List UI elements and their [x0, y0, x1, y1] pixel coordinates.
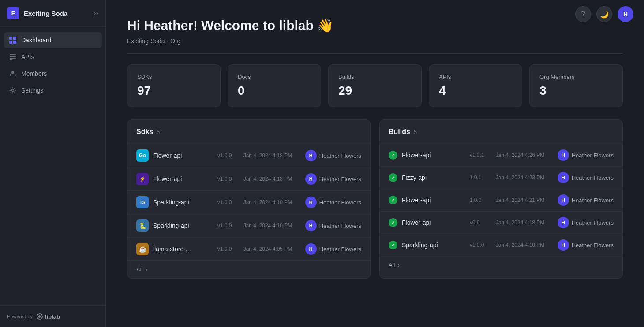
status-success-icon	[389, 241, 397, 249]
stat-apis: APIs 4	[429, 64, 522, 107]
main-content: Hi Heather! Welcome to liblab 👋 Exciting…	[106, 0, 644, 296]
svg-rect-4	[10, 54, 16, 55]
list-item[interactable]: Flower-api v0.9 Jan 4, 2024 4:18 PM H He…	[380, 212, 622, 234]
svg-rect-7	[10, 59, 12, 60]
members-label: Members	[21, 70, 47, 77]
builds-value: 29	[338, 84, 412, 98]
builds-footer[interactable]: All ›	[380, 256, 622, 274]
theme-icon: 🌙	[600, 10, 609, 19]
list-item[interactable]: ☕ llama-store-... v1.0.0 Jan 4, 2024 4:0…	[127, 238, 370, 260]
list-item[interactable]: Fizzy-api 1.0.1 Jan 4, 2024 4:23 PM H He…	[380, 167, 622, 189]
list-item[interactable]: TS Sparkling-api v1.0.0 Jan 4, 2024 4:10…	[127, 191, 370, 214]
user-avatar-small: H	[305, 220, 317, 231]
list-item[interactable]: Sparkling-api v1.0.0 Jan 4, 2024 4:10 PM…	[380, 234, 622, 256]
item-date: Jan 4, 2024 4:05 PM	[243, 246, 301, 252]
settings-icon	[9, 86, 17, 94]
user-name: Heather Flowers	[572, 175, 614, 181]
help-button[interactable]: ?	[575, 6, 591, 22]
builds-panel-count: 5	[414, 129, 417, 135]
dashboard-icon	[9, 36, 17, 44]
item-name: Fizzy-api	[402, 174, 465, 181]
item-version: 1.0.0	[470, 197, 490, 203]
item-version: v1.0.0	[470, 242, 490, 248]
item-version: v1.0.0	[217, 152, 237, 159]
sdk-icon-ts2: TS	[136, 196, 149, 208]
members-label: Org Members	[539, 74, 613, 80]
page-title: Hi Heather! Welcome to liblab 👋	[127, 18, 623, 33]
dashboard-label: Dashboard	[21, 37, 52, 44]
sidebar: E Exciting Soda ›› Dashboard	[0, 0, 106, 327]
user-avatar-small: H	[305, 150, 317, 161]
sdks-panel-title: Sdks	[136, 128, 153, 136]
builds-panel: Builds 5 Flower-api v1.0.1 Jan 4, 2024 4…	[379, 119, 623, 279]
user-name: Heather Flowers	[319, 176, 361, 182]
status-success-icon	[389, 218, 397, 227]
item-name: Flower-api	[402, 219, 465, 226]
list-item[interactable]: Flower-api v1.0.1 Jan 4, 2024 4:26 PM H …	[380, 144, 622, 167]
sidebar-item-settings[interactable]: Settings	[4, 82, 102, 98]
user-chip: H Heather Flowers	[305, 197, 361, 208]
stat-sdks: SDKs 97	[127, 64, 221, 107]
svg-point-8	[11, 71, 14, 74]
builds-list: Flower-api v1.0.1 Jan 4, 2024 4:26 PM H …	[380, 144, 622, 256]
item-name: Sparkling-api	[153, 199, 213, 206]
svg-rect-2	[9, 41, 12, 44]
user-avatar[interactable]: H	[618, 6, 633, 22]
item-version: v1.0.0	[217, 176, 237, 182]
user-avatar-small: H	[305, 173, 317, 185]
user-chip: H Heather Flowers	[305, 150, 361, 161]
powered-by: Powered by liblab	[7, 313, 98, 320]
apis-icon	[9, 53, 17, 61]
sidebar-item-apis[interactable]: APIs	[4, 49, 102, 65]
status-success-icon	[389, 196, 397, 204]
user-name: Heather Flowers	[572, 219, 614, 226]
sidebar-item-members[interactable]: Members	[4, 66, 102, 82]
user-chip: H Heather Flowers	[558, 217, 614, 228]
item-date: Jan 4, 2024 4:10 PM	[243, 199, 301, 205]
sdk-icon-python: 🐍	[136, 219, 149, 232]
builds-label: Builds	[338, 74, 412, 80]
sdks-label: SDKs	[137, 74, 210, 80]
list-item[interactable]: Flower-api 1.0.0 Jan 4, 2024 4:21 PM H H…	[380, 189, 622, 212]
list-item[interactable]: ⚡ Flower-api v1.0.0 Jan 4, 2024 4:18 PM …	[127, 167, 370, 191]
expand-icon[interactable]: ››	[94, 9, 98, 17]
item-name: Flower-api	[153, 175, 213, 182]
builds-footer-arrow: ›	[397, 262, 399, 268]
user-chip: H Heather Flowers	[558, 194, 614, 206]
sidebar-header: E Exciting Soda ››	[0, 0, 105, 27]
item-version: 1.0.1	[470, 175, 490, 181]
list-item[interactable]: 🐍 Sparkling-api v1.0.0 Jan 4, 2024 4:10 …	[127, 214, 370, 238]
item-name: Sparkling-api	[153, 222, 213, 229]
sdks-footer-arrow: ›	[145, 266, 147, 273]
apis-label: APIs	[21, 53, 34, 60]
item-version: v1.0.1	[470, 152, 490, 158]
theme-toggle[interactable]: 🌙	[596, 6, 612, 22]
org-subtitle: Exciting Soda - Org	[127, 37, 623, 54]
user-avatar-small: H	[558, 172, 569, 183]
user-name: Heather Flowers	[319, 223, 361, 229]
user-chip: H Heather Flowers	[558, 149, 614, 161]
item-name: llama-store-...	[153, 245, 213, 253]
item-version: v0.9	[470, 219, 490, 226]
sdks-footer[interactable]: All ›	[127, 260, 370, 278]
user-name: Heather Flowers	[319, 152, 361, 159]
user-name: Heather Flowers	[572, 197, 614, 204]
sdks-value: 97	[137, 84, 210, 98]
sdks-panel: Sdks 5 Go Flower-api v1.0.0 Jan 4, 2024 …	[127, 119, 371, 279]
item-name: Flower-api	[402, 152, 465, 159]
svg-rect-5	[10, 56, 16, 57]
item-date: Jan 4, 2024 4:21 PM	[496, 197, 553, 203]
sidebar-item-dashboard[interactable]: Dashboard	[4, 32, 102, 48]
user-chip: H Heather Flowers	[558, 172, 614, 183]
item-date: Jan 4, 2024 4:18 PM	[496, 219, 553, 226]
status-success-icon	[389, 151, 397, 160]
item-version: v1.0.0	[217, 246, 237, 252]
item-date: Jan 4, 2024 4:10 PM	[496, 242, 553, 248]
user-chip: H Heather Flowers	[305, 173, 361, 185]
builds-panel-title: Builds	[389, 128, 410, 136]
list-item[interactable]: Go Flower-api v1.0.0 Jan 4, 2024 4:18 PM…	[127, 144, 370, 167]
app-logo: E	[7, 7, 19, 19]
user-avatar-small: H	[558, 217, 569, 228]
liblab-logo: liblab	[36, 313, 60, 320]
sidebar-footer: Powered by liblab	[0, 305, 105, 327]
